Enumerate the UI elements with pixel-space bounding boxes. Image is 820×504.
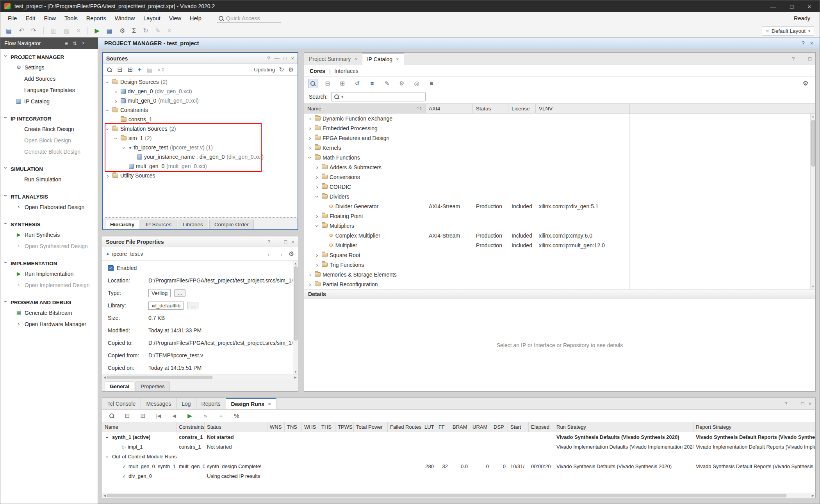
tab-log[interactable]: Log [176,398,196,409]
properties-tab-general[interactable]: General [105,382,134,391]
flow-item-generate-block-design[interactable]: Generate Block Design [0,146,98,157]
collapse-icon[interactable]: — [89,41,94,46]
close-icon[interactable]: × [291,239,294,245]
ip-status-icon[interactable]: ◎ [412,79,421,88]
catalog-row-multipliers[interactable]: ›Multipliers [304,221,815,231]
scroll-right-icon[interactable]: ▶ [812,494,814,497]
catalog-row-memories-storage-elements[interactable]: ›Memories & Storage Elements [304,270,815,279]
catalog-row-trig-functions[interactable]: ›Trig Functions [304,260,815,270]
float-icon[interactable]: □ [284,239,287,245]
chevron-right-icon[interactable]: › [105,173,111,179]
quick-access[interactable] [217,14,281,23]
chevron-down-icon[interactable]: › [113,136,119,141]
tab-project-summary[interactable]: Project Summary× [304,53,362,65]
chevron-down-icon[interactable]: › [105,80,111,85]
minimize-icon[interactable]: — [275,55,280,61]
help-icon[interactable]: ? [792,56,795,62]
back-arrow-icon[interactable]: ← [267,250,273,257]
menu-flow[interactable]: Flow [39,13,60,23]
launch-runs-icon[interactable]: ▶ [185,411,194,421]
undo-icon[interactable]: ↶ [19,28,24,34]
chevron-down-icon[interactable]: › [105,435,111,440]
minimize-icon[interactable]: — [275,239,280,245]
save-icon[interactable]: ▤ [6,28,12,34]
step-forward-icon[interactable]: » [201,411,210,421]
flow-item-open-block-design[interactable]: Open Block Design [0,135,98,146]
flow-section-header[interactable]: ›IMPLEMENTATION [0,259,98,268]
catalog-row-square-root[interactable]: ›Square Root [304,250,815,260]
menu-help[interactable]: Help [185,13,206,23]
paste-icon[interactable]: ▧ [64,28,70,34]
run-icon[interactable]: ▶ [95,28,100,34]
flow-item-open-implemented-design[interactable]: ›Open Implemented Design [0,279,98,291]
chevron-down-icon[interactable]: › [314,223,320,229]
chevron-down-icon[interactable]: › [105,454,111,460]
column-header-uram[interactable]: URAM [470,422,491,432]
flow-section-header[interactable]: ›RTL ANALYSIS [0,192,98,201]
catalog-row-cordic[interactable]: ›CORDIC [304,182,815,192]
forward-arrow-icon[interactable]: → [278,250,283,257]
chevron-right-icon[interactable]: › [314,184,320,190]
close-icon[interactable]: × [396,56,399,62]
flow-item-run-implementation[interactable]: ▶Run Implementation [0,268,98,279]
column-header-tns[interactable]: TNS [285,422,302,432]
create-runs-icon[interactable]: + [216,411,226,421]
minimize-icon[interactable]: — [799,56,804,62]
properties-tab-properties[interactable]: Properties [135,382,170,391]
flow-item-open-synthesized-design[interactable]: ›Open Synthesized Design [0,240,98,252]
collapse-all-icon[interactable]: ⊟ [323,79,332,88]
source-item-div-gen-0[interactable]: ›div_gen_0(div_gen_0.xci) [103,87,298,96]
sources-tab-compile-order[interactable]: Compile Order [209,220,254,229]
reset-runs-icon[interactable]: |◀ [154,411,163,421]
column-header-whs[interactable]: WHS [302,422,319,432]
chevron-right-icon[interactable]: › [307,135,313,141]
collapse-all-icon[interactable]: ⊟ [117,67,122,73]
property-value-input[interactable]: xil_defaultlib [148,302,184,310]
quick-access-input[interactable] [226,15,275,21]
source-item-simulation-sources[interactable]: ›Simulation Sources(2) [103,124,298,133]
flow-section-header[interactable]: ›SIMULATION [0,164,98,174]
dashboard-icon[interactable]: ▦ [107,28,112,34]
runs-scrollbar[interactable]: ◀ ▶ [102,493,815,498]
tab-reports[interactable]: Reports [196,398,226,409]
catalog-row-embedded-processing[interactable]: ›Embedded Processing [304,123,815,133]
tab-tcl-console[interactable]: Tcl Console [102,398,141,409]
flow-section-header[interactable]: ›IP INTEGRATOR [0,114,98,123]
chevron-right-icon[interactable]: › [314,164,320,170]
help-icon[interactable]: ? [801,40,804,46]
source-item-utility-sources[interactable]: ›Utility Sources [103,171,298,180]
column-header-ff[interactable]: FF [436,422,450,432]
chevron-down-icon[interactable]: › [121,145,127,151]
flow-item-settings[interactable]: ⚙Settings [0,62,98,73]
catalog-row-kernels[interactable]: ›Kernels [304,143,815,153]
scrollbar-thumb[interactable] [107,494,786,497]
sources-tab-ip-sources[interactable]: IP Sources [141,220,176,229]
close-icon[interactable]: × [354,56,357,62]
close-icon[interactable]: × [808,401,811,406]
flow-item-run-synthesis[interactable]: ▶Run Synthesis [0,229,98,240]
catalog-row-divider-generator[interactable]: ⚙Divider GeneratorAXI4-StreamProductionI… [304,201,815,211]
property-value-input[interactable]: Verilog [148,289,171,297]
menu-view[interactable]: View [165,13,185,23]
column-header-vlnv[interactable]: VLNV [536,104,630,113]
catalog-row-dynamic-function-exchange[interactable]: ›Dynamic Function eXchange [304,114,815,123]
tab-ip-catalog[interactable]: IP Catalog× [362,53,404,65]
view-interfaces[interactable]: Interfaces [334,68,358,74]
settings-icon[interactable]: ⚙ [803,80,811,87]
redo-icon[interactable]: ↷ [31,28,36,34]
properties-scrollbar[interactable]: ▲ ▼ [293,261,298,374]
column-header-failed-routes[interactable]: Failed Routes [388,422,422,432]
browse-button[interactable]: … [174,289,185,297]
design-run-row-impl-1[interactable]: ▷impl_1constrs_1Not startedVivado Implem… [102,442,815,452]
tab-design-runs[interactable]: Design Runs× [226,398,276,409]
source-item-tb-ipcore-test[interactable]: ›●tb_ipcore_test(ipcore_test.v) (1) [103,143,298,152]
chevron-right-icon[interactable]: › [307,272,313,277]
catalog-row-multiplier[interactable]: ⚙MultiplierProductionIncludedxilinx.com:… [304,240,815,250]
minimize-icon[interactable]: — [792,401,797,406]
column-header-ths[interactable]: THS [319,422,335,432]
scroll-left-icon[interactable]: ◀ [103,376,106,379]
scroll-down-icon[interactable]: ▼ [811,284,815,289]
ip-settings-icon[interactable]: ⚙ [397,79,406,88]
group-by-repository-icon[interactable]: ≡ [367,79,377,88]
source-item-mult-gen-0[interactable]: mult_gen_0(mult_gen_0.xci) [103,161,298,171]
